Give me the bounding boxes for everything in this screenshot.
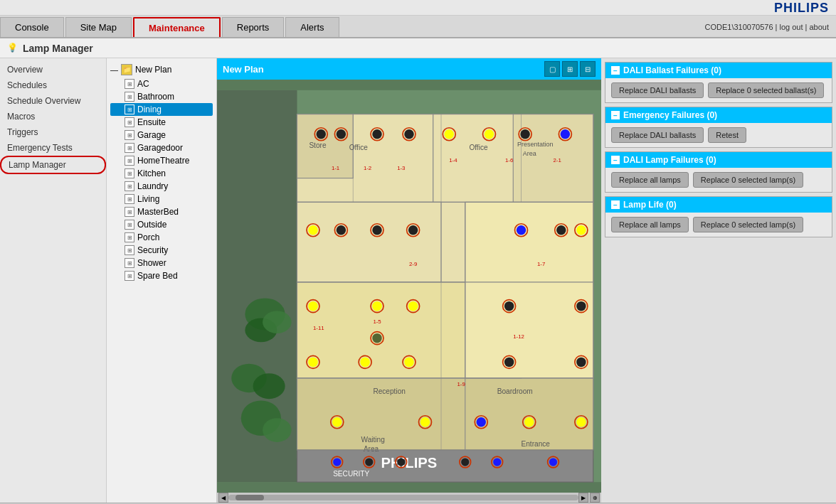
svg-point-101 <box>461 458 469 466</box>
replace-dali-ballasts-btn[interactable]: Replace DALI ballasts <box>611 82 704 98</box>
sidebar-item-lamp-manager[interactable]: Lamp Manager <box>0 156 106 174</box>
section-header-dali-ballast: − DALI Ballast Failures (0) <box>605 63 832 78</box>
section-lamp-life: − Lamp Life (0) Replace all lamps Replac… <box>605 196 832 237</box>
tree-item-garage[interactable]: ⊞ Garage <box>110 129 213 141</box>
tree-root[interactable]: — 📁 New Plan <box>110 62 213 77</box>
svg-point-39 <box>404 129 414 139</box>
tree-item-garagedoor[interactable]: ⊞ Garagedoor <box>110 141 213 154</box>
tree-item-porch[interactable]: ⊞ Porch <box>110 231 213 244</box>
tab-maintenance[interactable]: Maintenance <box>133 17 221 37</box>
svg-point-95 <box>333 458 341 466</box>
retest-btn[interactable]: Retest <box>708 127 746 143</box>
svg-point-81 <box>504 358 514 368</box>
top-bar: PHILIPS <box>0 0 836 16</box>
svg-text:1-11: 1-11 <box>313 325 324 331</box>
tree-item-laundry[interactable]: ⊞ Laundry <box>110 180 213 193</box>
map-area: New Plan ▢ ⊞ ⊟ <box>217 58 601 503</box>
svg-text:1-6: 1-6 <box>505 157 514 163</box>
svg-point-37 <box>372 129 382 139</box>
section-dali-lamp-failures: − DALI Lamp Failures (0) Replace all lam… <box>605 151 832 193</box>
tree-item-ensuite[interactable]: ⊞ Ensuite <box>110 116 213 129</box>
sidebar-item-triggers[interactable]: Triggers <box>0 124 106 140</box>
sidebar-item-schedule-overview[interactable]: Schedule Overview <box>0 93 106 109</box>
section-title-dali-lamp: DALI Lamp Failures (0) <box>623 155 716 165</box>
sidebar-item-schedules[interactable]: Schedules <box>0 77 106 93</box>
svg-text:SECURITY: SECURITY <box>333 470 369 478</box>
sidebar-item-emergency-tests[interactable]: Emergency Tests <box>0 140 106 156</box>
map-canvas[interactable]: Store Office Office Presentation Area Re… <box>217 80 601 493</box>
sidebar-item-overview[interactable]: Overview <box>0 62 106 77</box>
svg-point-53 <box>372 225 382 235</box>
tree-item-kitchen[interactable]: ⊞ Kitchen <box>110 167 213 180</box>
svg-text:1-3: 1-3 <box>397 165 406 171</box>
sidebar: Overview Schedules Schedule Overview Mac… <box>0 58 107 503</box>
svg-text:2-1: 2-1 <box>554 157 561 163</box>
tree-item-living[interactable]: ⊞ Living <box>110 193 213 205</box>
tree-item-security[interactable]: ⊞ Security <box>110 244 213 257</box>
room-icon-garagedoor: ⊞ <box>125 143 134 153</box>
room-icon-shower: ⊞ <box>125 258 134 268</box>
tree-item-hometheatre[interactable]: ⊞ HomeTheatre <box>110 154 213 167</box>
tab-console[interactable]: Console <box>0 17 64 37</box>
tab-sitemap[interactable]: Site Map <box>65 17 132 37</box>
tree-item-masterbed[interactable]: ⊞ MasterBed <box>110 205 213 218</box>
svg-text:1-1: 1-1 <box>332 165 339 171</box>
scroll-right-btn[interactable]: ▶ <box>578 493 588 503</box>
collapse-emergency-icon[interactable]: − <box>611 111 620 119</box>
svg-point-47 <box>561 129 571 139</box>
svg-point-71 <box>504 301 514 311</box>
svg-point-63 <box>308 301 318 311</box>
svg-text:Area: Area <box>364 445 379 453</box>
replace-selected-lamps-btn[interactable]: Replace 0 selected lamp(s) <box>693 172 803 188</box>
svg-text:Store: Store <box>309 141 327 149</box>
room-icon-ensuite: ⊞ <box>125 117 134 127</box>
svg-point-105 <box>549 458 557 466</box>
tab-alerts[interactable]: Alerts <box>285 17 339 37</box>
tree-item-ac[interactable]: ⊞ AC <box>110 77 213 90</box>
svg-point-77 <box>360 358 370 368</box>
map-view-tool-1[interactable]: ⊞ <box>562 61 578 77</box>
replace-dali-ballasts-2-btn[interactable]: Replace DALI ballasts <box>611 127 704 143</box>
scroll-thumb-h[interactable] <box>236 495 264 500</box>
svg-point-89 <box>477 417 487 427</box>
collapse-dali-ballast-icon[interactable]: − <box>611 66 620 75</box>
replace-all-lamps-2-btn[interactable]: Replace all lamps <box>611 217 689 232</box>
scroll-zoom-btn[interactable]: ⊕ <box>590 493 600 503</box>
room-icon-bathroom: ⊞ <box>125 92 134 102</box>
svg-text:Office: Office <box>469 144 488 151</box>
svg-point-65 <box>372 301 382 311</box>
svg-text:1-12: 1-12 <box>513 333 524 340</box>
svg-text:1-5: 1-5 <box>373 318 381 325</box>
tree-item-sparebed[interactable]: ⊞ Spare Bed <box>110 269 213 282</box>
scroll-left-btn[interactable]: ◀ <box>218 493 228 503</box>
tree-item-shower[interactable]: ⊞ Shower <box>110 257 213 269</box>
room-icon-sparebed: ⊞ <box>125 271 134 281</box>
room-icon-kitchen: ⊞ <box>125 168 134 178</box>
collapse-lamp-life-icon[interactable]: − <box>611 200 620 209</box>
tree-item-dining[interactable]: ⊞ Dining <box>110 103 213 116</box>
replace-selected-lamps-2-btn[interactable]: Replace 0 selected lamp(s) <box>693 217 803 232</box>
svg-point-124 <box>263 418 292 442</box>
map-select-tool[interactable]: ▢ <box>544 61 560 77</box>
room-icon-masterbed: ⊞ <box>125 207 134 217</box>
map-scrollbar-h[interactable]: ◀ ▶ ⊕ <box>217 493 601 503</box>
scroll-track-h[interactable] <box>228 495 578 500</box>
tree-item-outside[interactable]: ⊞ Outside <box>110 218 213 231</box>
map-view-tool-2[interactable]: ⊟ <box>580 61 596 77</box>
replace-all-lamps-btn[interactable]: Replace all lamps <box>611 172 689 188</box>
sidebar-item-macros[interactable]: Macros <box>0 109 106 124</box>
map-title: New Plan <box>223 64 264 75</box>
svg-text:1-9: 1-9 <box>457 381 465 387</box>
svg-text:Waiting: Waiting <box>361 436 385 444</box>
replace-selected-ballasts-btn[interactable]: Replace 0 selected ballast(s) <box>708 82 824 98</box>
collapse-dali-lamp-icon[interactable]: − <box>611 156 620 164</box>
room-icon-dining: ⊞ <box>125 104 134 114</box>
svg-point-97 <box>365 458 373 466</box>
map-title-bar: New Plan ▢ ⊞ ⊟ <box>217 58 601 80</box>
section-header-lamp-life: − Lamp Life (0) <box>605 197 832 213</box>
svg-point-69 <box>408 301 418 311</box>
tab-reports[interactable]: Reports <box>222 17 285 37</box>
svg-point-67 <box>372 333 382 343</box>
svg-text:Reception: Reception <box>373 387 406 395</box>
tree-item-bathroom[interactable]: ⊞ Bathroom <box>110 90 213 103</box>
